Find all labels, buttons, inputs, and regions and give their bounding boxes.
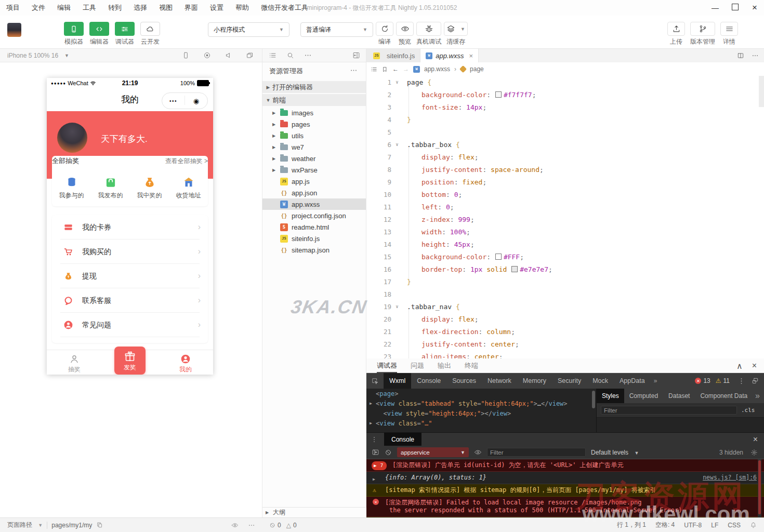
maximize-button[interactable] [731,4,739,12]
explorer-more-icon[interactable] [350,66,358,74]
color-swatch[interactable] [495,254,502,260]
tree-file-project.config.json[interactable]: {}project.config.json [262,210,366,221]
close-console-icon[interactable]: × [753,435,758,444]
statusbar-item[interactable]: 空格: 4 [655,521,675,529]
statusbar-more-icon[interactable] [248,522,255,529]
menu-item[interactable]: 选择 [134,3,147,12]
toolbar-button-simulator[interactable]: 模拟器 [62,22,86,46]
wxml-node[interactable]: <page> [366,389,596,398]
open-editors-section[interactable]: ▶打开的编辑器 [262,81,366,93]
split-editor-icon[interactable] [737,52,744,59]
styles-tab-Dataset[interactable]: Dataset [663,389,695,403]
clear-console-icon[interactable] [385,449,392,456]
styles-tabs-overflow-icon[interactable]: » [753,389,762,403]
console-source-link[interactable]: news.js? [sm]:6 [703,474,757,482]
console-message[interactable]: ▶ 7[渲染层错误] 广告单元 id(unit-id) 为空，请先在 '<URL… [366,459,764,472]
fold-arrow-icon[interactable]: ∨ [391,304,403,309]
panel-tab-问题[interactable]: 问题 [411,358,424,373]
warning-count-badge[interactable]: ⚠11 [716,377,730,384]
editor-scrollbar[interactable] [759,76,764,107]
color-swatch[interactable] [511,266,518,272]
live-expression-icon[interactable] [474,448,482,456]
expand-arrow-icon[interactable]: ▶ [272,145,279,150]
console-settings-icon[interactable] [750,449,758,456]
tab-siteinfo-js[interactable]: JS siteinfo.js [366,49,420,62]
devtools-tab-AppData[interactable]: AppData [614,373,651,389]
menu-item[interactable]: 设置 [210,3,223,12]
bell-icon[interactable] [750,522,757,528]
menu-item[interactable]: 工具 [83,3,96,12]
wxml-tree[interactable]: <page>▶<view class="tabhead" style="heig… [366,389,597,432]
menu-item[interactable]: 项目 [6,3,20,12]
menu-item[interactable]: 文件 [32,3,45,12]
toolbar-button-editor[interactable]: 编辑器 [87,22,111,46]
tree-folder-wxParse[interactable]: ▶wxParse [262,164,366,176]
grid-item-我中奖的[interactable]: 我中奖的 [130,174,169,205]
close-tab-icon[interactable]: × [469,52,473,60]
tree-folder-we7[interactable]: ▶we7 [262,141,366,153]
grid-item-收货地址[interactable]: 收货地址 [169,174,208,205]
log-levels-select[interactable]: Default levels ▼ [591,449,639,456]
console-sidebar-icon[interactable] [372,448,379,456]
tab-我的[interactable]: 我的 [162,350,209,374]
styles-filter-input[interactable]: Filter [601,406,737,415]
compile-select[interactable]: 普通编译▼ [300,22,373,37]
inspect-element-icon[interactable] [366,377,384,385]
styles-tab-Computed[interactable]: Computed [624,389,663,403]
tree-folder-images[interactable]: ▶images [262,107,366,118]
tree-file-readme.html[interactable]: 5readme.html [262,221,366,233]
expand-arrow-icon[interactable]: ▶ [272,134,279,138]
tab-发奖[interactable]: 发奖 [114,347,146,375]
panel-tab-调试器[interactable]: 调试器 [377,358,397,373]
toolbar-action-branch[interactable]: 版本管理 [690,22,715,46]
fold-arrow-icon[interactable]: ∨ [391,79,403,85]
fold-arrow-icon[interactable]: ∨ [391,142,403,147]
menu-row-我购买的[interactable]: 我购买的› [52,240,208,264]
breadcrumb-file[interactable]: app.wxss [424,65,450,73]
more-capsule-button[interactable]: ••• [162,93,185,109]
statusbar-item[interactable]: LF [711,522,718,529]
view-all-lottery-link[interactable]: 查看全部抽奖 > [165,157,208,166]
toolbar-action-layers[interactable]: ▼清缓存 [444,22,468,46]
menu-item[interactable]: 界面 [185,3,198,12]
statusbar-item[interactable]: 行 1，列 1 [617,521,646,529]
toolbar-button-cloud[interactable]: 云开发 [138,22,162,46]
back-icon[interactable]: ← [392,65,399,73]
panel-tab-输出[interactable]: 输出 [438,358,451,373]
tree-file-app.json[interactable]: {}app.json [262,187,366,198]
tab-app-wxss[interactable]: W app.wxss × [420,49,479,62]
wxml-node[interactable]: <view style="height:64px;"></view> [366,408,596,418]
console-messages[interactable]: ▶ 7[渲染层错误] 广告单元 id(unit-id) 为空，请先在 '<URL… [366,459,764,517]
menu-item[interactable]: 转到 [108,3,122,12]
close-button[interactable]: × [750,3,759,13]
tree-file-siteinfo.js[interactable]: JSsiteinfo.js [262,233,366,244]
page-path-label[interactable]: 页面路径 ▼ [7,521,43,529]
menu-row-提现[interactable]: 提现› [52,264,208,288]
devtools-tab-Memory[interactable]: Memory [517,373,552,389]
devtools-tabs-overflow-icon[interactable]: » [651,377,661,384]
search-icon[interactable] [286,51,294,59]
styles-tab-Component Data[interactable]: Component Data [695,389,753,403]
project-root-section[interactable]: ▼前端 [262,94,366,106]
wxml-scrollbar[interactable] [592,391,595,408]
tree-file-app.js[interactable]: JSapp.js [262,176,366,187]
tree-folder-utils[interactable]: ▶utils [262,130,366,141]
mode-select[interactable]: 小程序模式▼ [208,22,289,37]
menu-row-常见问题[interactable]: 常见问题› [52,313,208,337]
statusbar-item[interactable]: CSS [728,522,741,529]
collapse-panel-icon[interactable]: ∧ [736,361,743,371]
menu-row-我的卡券[interactable]: 我的卡券› [52,215,208,240]
page-path-value[interactable]: pages/my1/my [51,522,92,529]
console-more-icon[interactable] [371,436,378,443]
speaker-icon[interactable] [225,51,232,59]
minimize-button[interactable]: — [711,4,719,12]
toolbar-action-refresh[interactable]: 编译 [376,22,393,46]
tree-file-app.wxss[interactable]: Wapp.wxss [262,198,366,210]
console-message[interactable]: ⚠[sitemap 索引情况提示] 根据 sitemap 的规则[0]，当前页面… [366,484,764,497]
wxml-node[interactable]: ▶<view class="tabhead" style="height:64p… [366,398,596,408]
device-selector[interactable]: iPhone 5 100% 16▼ [7,49,69,62]
home-capsule-button[interactable]: ◉ [185,93,207,109]
devtools-tab-Security[interactable]: Security [552,373,587,389]
outline-section[interactable]: ▶大纲 [262,507,366,517]
menu-row-clipped[interactable] [52,337,208,343]
